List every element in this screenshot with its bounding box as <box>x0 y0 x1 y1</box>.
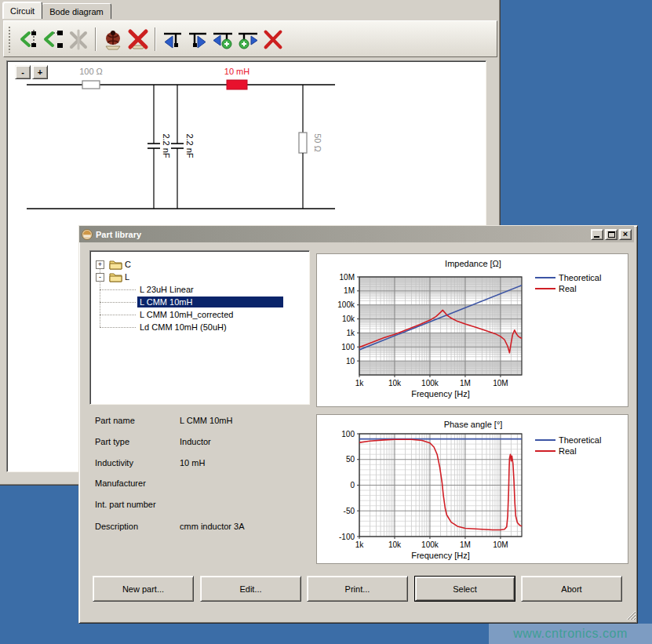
tree-connector <box>100 315 136 315</box>
phase-chart-svg: 1k10k100k1M10M100500-50-100Phase angle [… <box>317 415 629 565</box>
collapse-icon[interactable]: - <box>96 273 104 282</box>
svg-text:Theoretical: Theoretical <box>559 273 601 282</box>
detail-value: L CMM 10mH <box>180 416 232 425</box>
part-library-dialog: Part library × + C - L <box>78 225 638 624</box>
svg-text:-50: -50 <box>344 507 355 515</box>
svg-text:10k: 10k <box>388 379 402 387</box>
part-library-app-icon <box>82 229 93 240</box>
svg-text:10M: 10M <box>340 273 355 282</box>
tree-item-part[interactable]: L CMM 10mH_corrected <box>137 308 235 321</box>
tree-item-part-selected[interactable]: L CMM 10mH <box>137 296 283 308</box>
folder-icon <box>109 271 122 282</box>
svg-text:100: 100 <box>341 430 355 438</box>
add-probe-right-icon[interactable] <box>236 26 260 53</box>
remove-probe-icon[interactable] <box>261 26 285 53</box>
resistor-r1-label: 100 Ω <box>79 67 103 76</box>
select-button[interactable]: Select <box>414 576 515 602</box>
svg-text:Frequency [Hz]: Frequency [Hz] <box>411 389 470 398</box>
svg-text:10k: 10k <box>342 315 355 323</box>
svg-text:10k: 10k <box>388 540 402 549</box>
remove-bug-icon[interactable] <box>126 26 150 53</box>
tree-item-c[interactable]: + C <box>96 258 133 271</box>
detail-row: Manufacturer <box>95 478 307 489</box>
close-button[interactable]: × <box>619 229 632 240</box>
tree-connector <box>100 279 100 327</box>
tree-item-part[interactable]: L 23uH Linear <box>137 283 196 296</box>
svg-text:Theoretical: Theoretical <box>559 435 601 445</box>
detail-value: cmm inductor 3A <box>180 522 245 531</box>
impedance-chart: 1k10k100k1M10M10M1M100k10k1k10010Impedan… <box>316 253 628 407</box>
detail-label: Inductivity <box>95 458 133 468</box>
probe-right-icon[interactable] <box>186 26 209 53</box>
svg-text:1k: 1k <box>355 379 365 387</box>
svg-text:Real: Real <box>559 446 577 456</box>
detail-row: Inductivity 10 mH <box>95 458 307 469</box>
detail-row: Int. part number <box>95 500 307 511</box>
tree-connector <box>100 289 136 290</box>
insert-component-icon[interactable] <box>42 26 65 53</box>
svg-text:1M: 1M <box>344 286 355 295</box>
svg-text:100k: 100k <box>421 379 439 387</box>
resistor-r2-label: 50 Ω <box>313 133 322 152</box>
dialog-title: Part library <box>96 230 141 239</box>
expand-icon[interactable]: + <box>96 260 104 269</box>
svg-text:Real: Real <box>559 284 577 293</box>
toolbar-grip[interactable] <box>8 26 11 53</box>
detail-label: Description <box>95 522 138 531</box>
svg-text:1k: 1k <box>355 540 365 549</box>
detail-label: Manufacturer <box>95 478 146 488</box>
resize-grip[interactable] <box>625 609 636 620</box>
tab-circuit[interactable]: Circuit <box>2 2 42 19</box>
svg-text:1M: 1M <box>460 540 471 549</box>
dialog-titlebar[interactable]: Part library × <box>79 226 634 242</box>
edit-button[interactable]: Edit... <box>200 576 301 602</box>
tree-item-part[interactable]: Ld CMM 10mH (50uH) <box>137 321 229 333</box>
tree-item-label: C <box>122 259 133 270</box>
bug-icon[interactable] <box>101 26 125 53</box>
tree-item-label: L CMM 10mH_corrected <box>137 309 235 320</box>
toolbar-separator <box>95 27 97 51</box>
insert-component-left-icon[interactable] <box>16 26 40 53</box>
minimize-button[interactable] <box>591 229 603 240</box>
tree-item-label: L 23uH Linear <box>137 284 196 295</box>
detail-label: Part name <box>95 416 135 425</box>
detail-label: Part type <box>95 437 129 446</box>
tree-connector <box>100 327 136 328</box>
svg-text:50: 50 <box>346 455 355 464</box>
toolbar <box>3 20 497 57</box>
part-tree: + C - L L 23uH Linear L CMM 10mH L CMM 1… <box>89 250 310 405</box>
tree-item-l[interactable]: - L <box>96 271 132 283</box>
detail-value: Inductor <box>180 437 211 446</box>
svg-text:Phase angle [°]: Phase angle [°] <box>444 420 503 429</box>
detail-row: Part name L CMM 10mH <box>95 416 307 427</box>
detail-row: Part type Inductor <box>95 437 307 448</box>
svg-text:10M: 10M <box>493 379 508 387</box>
detail-row: Description cmm inductor 3A <box>95 522 307 533</box>
print-button[interactable]: Print... <box>307 576 408 602</box>
detail-label: Int. part number <box>95 500 156 509</box>
toolbar-separator <box>155 27 156 51</box>
svg-text:1M: 1M <box>460 379 471 387</box>
abort-button[interactable]: Abort <box>521 576 622 602</box>
svg-text:1k: 1k <box>346 329 355 337</box>
watermark-text: www.cntronics.com <box>513 627 627 641</box>
svg-text:Impedance [Ω]: Impedance [Ω] <box>445 259 501 268</box>
svg-text:100k: 100k <box>337 300 355 309</box>
capacitor-c1-label: 2.2 nF <box>162 133 171 158</box>
phase-angle-chart: 1k10k100k1M10M100500-50-100Phase angle [… <box>316 414 628 564</box>
tree-item-label: Ld CMM 10mH (50uH) <box>137 322 229 333</box>
svg-text:100: 100 <box>341 343 355 351</box>
svg-text:0: 0 <box>350 481 355 489</box>
capacitor-c2-label: 2.2 nF <box>185 133 195 158</box>
new-part-button[interactable]: New part... <box>93 576 194 602</box>
tab-bode-diagram[interactable]: Bode diagram <box>42 3 111 19</box>
probe-left-icon[interactable] <box>161 26 184 53</box>
maximize-button[interactable] <box>605 229 617 240</box>
add-probe-left-icon[interactable] <box>211 26 235 53</box>
svg-text:10M: 10M <box>493 540 508 549</box>
tree-item-label: L <box>122 271 132 282</box>
svg-text:Frequency [Hz]: Frequency [Hz] <box>411 551 470 560</box>
folder-icon <box>109 259 122 270</box>
tab-strip: Circuit Bode diagram <box>2 2 111 19</box>
delete-component-disabled-icon <box>67 26 90 53</box>
